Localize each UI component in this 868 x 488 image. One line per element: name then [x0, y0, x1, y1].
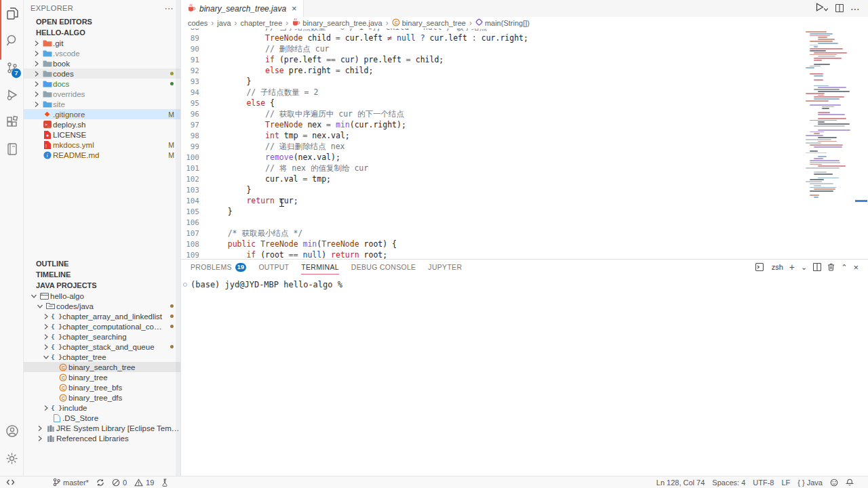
error-status[interactable]: 0 [112, 479, 127, 487]
overview-ruler[interactable] [854, 28, 868, 259]
kill-terminal-icon[interactable] [827, 263, 835, 271]
code-line-95: 95 else { [181, 98, 806, 108]
tree-item-chapter_array_and_linkedlist[interactable]: { }chapter_array_and_linkedlist [24, 311, 180, 321]
breadcrumb-item[interactable]: chapter_tree [241, 19, 283, 27]
tree-item-label: .gitignore [53, 110, 164, 119]
tree-item-referenced-libraries[interactable]: Referenced Libraries [24, 433, 180, 443]
terminal-prompt: (base) jyd@JYD-MBP hello-algo % [191, 280, 342, 289]
breadcrumb-item[interactable]: codes [188, 19, 208, 27]
status-label: 19 [146, 479, 154, 487]
line-number: 100 [181, 152, 209, 163]
svg-text:C: C [61, 365, 64, 369]
search-icon[interactable] [0, 27, 24, 54]
minimap[interactable] [804, 28, 852, 203]
sync-status[interactable] [96, 479, 104, 487]
tree-item-mkdocs.yml[interactable]: !mkdocs.ymlM [24, 140, 180, 150]
panel-tab-problems[interactable]: PROBLEMS19 [191, 260, 246, 274]
shell-name[interactable]: zsh [772, 263, 783, 271]
explorer-icon[interactable] [0, 0, 24, 27]
tree-item-label: overrides [53, 90, 180, 98]
branch-status[interactable]: master* [53, 478, 89, 487]
change-dot-badge [170, 304, 174, 308]
extensions-icon[interactable] [0, 108, 24, 136]
tree-item-.git[interactable]: .git [24, 38, 180, 48]
sidebar-scrollbar[interactable] [176, 0, 180, 476]
split-editor-icon[interactable] [835, 3, 844, 15]
close-panel-icon[interactable]: × [853, 262, 859, 272]
folder-icon [41, 60, 53, 68]
notebook-icon[interactable] [0, 136, 24, 163]
tree-item-codes[interactable]: codes [24, 68, 180, 79]
chevron-right-icon [32, 101, 41, 108]
ln-128-col-74-status[interactable]: Ln 128, Col 74 [656, 479, 705, 487]
section-open-editors[interactable]: OPEN EDITORS [24, 16, 180, 27]
split-terminal-icon[interactable] [813, 263, 821, 271]
terminal[interactable]: (base) jyd@JYD-MBP hello-algo % [181, 274, 868, 289]
tree-item-jre-system-library-eclipse-temurin-17-17....[interactable]: JRE System Library [Eclipse Temurin 17 [… [24, 423, 180, 433]
source-control-icon[interactable]: 7 [0, 54, 24, 81]
tree-item-.vscode[interactable]: .vscode [24, 48, 180, 58]
maximize-panel-icon[interactable]: ⌃ [841, 263, 847, 272]
tree-item-docs[interactable]: docs [24, 79, 180, 89]
run-java-button[interactable] [814, 2, 829, 15]
breadcrumb-item[interactable]: binary_search_tree.java [292, 18, 382, 28]
editor-more-actions-icon[interactable]: ⋯ [850, 3, 860, 14]
warning-status[interactable]: 19 [134, 479, 154, 487]
status-label: { } Java [797, 479, 823, 487]
lf-status[interactable]: LF [781, 479, 790, 487]
tab-binary-search-tree[interactable]: binary_search_tree.java × [181, 0, 304, 17]
tree-item-readme.md[interactable]: iREADME.mdM [24, 150, 180, 160]
tree-item-binary_tree_dfs[interactable]: Cbinary_tree_dfs [24, 392, 180, 403]
tree-item-.ds_store[interactable]: .DS_Store [24, 413, 180, 423]
close-tab-icon[interactable]: × [292, 3, 297, 14]
terminal-dropdown-icon[interactable]: ⌄ [801, 263, 807, 272]
panel-tab-output[interactable]: OUTPUT [258, 260, 289, 274]
section-outline[interactable]: OUTLINE [24, 258, 180, 269]
tree-item-chapter_stack_and_queue[interactable]: { }chapter_stack_and_queue [24, 342, 180, 352]
tree-item-binary_tree[interactable]: Cbinary_tree [24, 372, 180, 382]
section-timeline[interactable]: TIMELINE [24, 269, 180, 280]
tree-item-include[interactable]: { }include [24, 403, 180, 413]
breadcrumb-item[interactable]: Cbinary_search_tree [392, 18, 466, 28]
settings-icon[interactable] [0, 445, 24, 472]
views-more-actions-button[interactable]: ⋯ [165, 3, 174, 14]
remote-status[interactable] [5, 479, 16, 486]
panel-tab-debug-console[interactable]: DEBUG CONSOLE [351, 260, 416, 274]
new-terminal-button[interactable]: + [789, 262, 795, 272]
code-editor[interactable]: 88 // 当子结点数量 = 0 / 1 时, child = null / 该… [181, 28, 868, 259]
tree-item-binary_search_tree[interactable]: Cbinary_search_tree [24, 362, 180, 372]
-java-status[interactable]: { } Java [797, 479, 823, 487]
panel-tab-jupyter[interactable]: JUPYTER [428, 260, 462, 274]
section-java-projects[interactable]: JAVA PROJECTS [24, 280, 180, 291]
account-icon[interactable] [0, 418, 24, 445]
class-icon: C [57, 394, 68, 402]
feedback-status[interactable] [830, 479, 838, 487]
tree-item-chapter_computational_complexity[interactable]: { }chapter_computational_complexity [24, 321, 180, 331]
tree-item-site[interactable]: site [24, 99, 180, 109]
breadcrumb-item[interactable]: java [217, 19, 231, 27]
tree-item-deploy.sh[interactable]: >_deploy.sh [24, 119, 180, 129]
code-line-98: 98 int tmp = nex.val; [181, 130, 806, 141]
tree-item-license[interactable]: LICENSE [24, 129, 180, 140]
section-root-folder[interactable]: HELLO-ALGO [24, 27, 180, 38]
tree-item-label: Referenced Libraries [56, 434, 180, 443]
tree-item-chapter_tree[interactable]: { }chapter_tree [24, 352, 180, 362]
run-debug-icon[interactable] [0, 81, 24, 108]
tree-item-chapter_searching[interactable]: { }chapter_searching [24, 331, 180, 342]
library-icon [45, 424, 56, 432]
tree-item-codes-java[interactable]: codes/java [24, 301, 180, 311]
code-line-97: 97 TreeNode nex = min(cur.right); [181, 119, 806, 130]
breadcrumb-item[interactable]: main(String[]) [475, 18, 530, 27]
tree-item-hello-algo[interactable]: hello-algo [24, 291, 180, 301]
beaker-status[interactable] [161, 479, 169, 487]
readme-icon: i [41, 151, 53, 159]
bottom-panel: PROBLEMS19OUTPUTTERMINALDEBUG CONSOLEJUP… [181, 259, 868, 476]
tree-item-binary_tree_bfs[interactable]: Cbinary_tree_bfs [24, 382, 180, 392]
bell-status[interactable] [846, 479, 854, 487]
panel-tab-terminal[interactable]: TERMINAL [301, 260, 339, 274]
tree-item-overrides[interactable]: overrides [24, 89, 180, 99]
tree-item-book[interactable]: book [24, 58, 180, 68]
tree-item-.gitignore[interactable]: .gitignoreM [24, 109, 180, 119]
utf-8-status[interactable]: UTF-8 [753, 479, 774, 487]
spaces-4-status[interactable]: Spaces: 4 [712, 479, 745, 487]
